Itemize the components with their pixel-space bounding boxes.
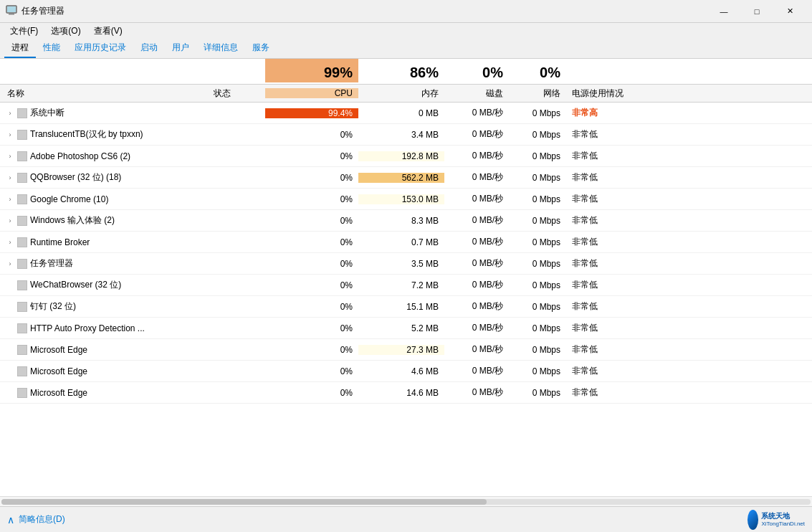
process-network: 0 Mbps bbox=[509, 302, 566, 312]
process-icon bbox=[17, 388, 27, 398]
table-row[interactable]: › QQBrowser (32 位) (18) 0% 562.2 MB 0 MB… bbox=[0, 167, 812, 189]
process-cpu: 99.4% bbox=[265, 108, 358, 118]
process-icon bbox=[17, 108, 27, 118]
process-name-label: 系统中断 bbox=[30, 107, 65, 119]
process-cpu: 0% bbox=[265, 151, 358, 161]
process-cpu: 0% bbox=[265, 388, 358, 398]
process-name: Microsoft Edge bbox=[0, 388, 208, 398]
tab-startup[interactable]: 启动 bbox=[133, 39, 165, 58]
table-row[interactable]: › Runtime Broker 0% 0.7 MB 0 MB/秒 0 Mbps… bbox=[0, 232, 812, 253]
table-row[interactable]: › Google Chrome (10) 0% 153.0 MB 0 MB/秒 … bbox=[0, 189, 812, 210]
col-header-memory[interactable]: 内存 bbox=[358, 87, 444, 100]
expand-icon[interactable]: › bbox=[6, 130, 14, 139]
process-cpu: 0% bbox=[265, 259, 358, 269]
col-header-disk[interactable]: 磁盘 bbox=[444, 87, 509, 100]
table-row[interactable]: › 任务管理器 0% 3.5 MB 0 MB/秒 0 Mbps 非常低 bbox=[0, 253, 812, 275]
process-name-label: Microsoft Edge bbox=[30, 366, 87, 376]
expand-icon[interactable]: › bbox=[6, 217, 14, 225]
process-power: 非常低 bbox=[566, 343, 652, 356]
expand-icon[interactable]: › bbox=[6, 260, 14, 268]
col-header-network[interactable]: 网络 bbox=[509, 87, 566, 100]
col-header-status[interactable]: 状态 bbox=[208, 87, 265, 100]
process-disk: 0 MB/秒 bbox=[444, 150, 509, 162]
menu-file[interactable]: 文件(F) bbox=[4, 24, 44, 39]
tab-process[interactable]: 进程 bbox=[4, 39, 36, 58]
process-power: 非常低 bbox=[566, 279, 652, 291]
col-disk-pct[interactable]: 0% bbox=[444, 59, 509, 82]
table-row[interactable]: Microsoft Edge 0% 27.3 MB 0 MB/秒 0 Mbps … bbox=[0, 339, 812, 361]
table-row[interactable]: 钉钉 (32 位) 0% 15.1 MB 0 MB/秒 0 Mbps 非常低 bbox=[0, 296, 812, 318]
process-name: › Google Chrome (10) bbox=[0, 194, 208, 204]
col-network-pct[interactable]: 0% bbox=[509, 59, 566, 82]
tab-performance[interactable]: 性能 bbox=[36, 39, 67, 58]
table-row[interactable]: › Windows 输入体验 (2) 0% 8.3 MB 0 MB/秒 0 Mb… bbox=[0, 210, 812, 232]
table-row[interactable]: › 系统中断 99.4% 0 MB 0 MB/秒 0 Mbps 非常高 bbox=[0, 103, 812, 124]
expand-icon[interactable]: › bbox=[6, 109, 14, 118]
process-disk: 0 MB/秒 bbox=[444, 300, 509, 313]
table-row[interactable]: HTTP Auto Proxy Detection ... 0% 5.2 MB … bbox=[0, 318, 812, 339]
cpu-pct-value: 99% bbox=[324, 65, 353, 81]
process-disk: 0 MB/秒 bbox=[444, 365, 509, 377]
col-name-label: 名称 bbox=[7, 88, 24, 98]
table-row[interactable]: WeChatBrowser (32 位) 0% 7.2 MB 0 MB/秒 0 … bbox=[0, 275, 812, 296]
process-cpu: 0% bbox=[265, 366, 358, 376]
col-header-name[interactable]: 名称 bbox=[0, 87, 208, 100]
h-scrollbar-thumb[interactable] bbox=[1, 499, 487, 505]
table-row[interactable]: Microsoft Edge 0% 14.6 MB 0 MB/秒 0 Mbps … bbox=[0, 382, 812, 404]
tab-app-history[interactable]: 应用历史记录 bbox=[67, 39, 133, 58]
process-memory: 14.6 MB bbox=[358, 388, 444, 398]
process-name: › TranslucentTB(汉化 by tpxxn) bbox=[0, 128, 208, 141]
process-name-label: Google Chrome (10) bbox=[30, 194, 108, 204]
process-name-label: 钉钉 (32 位) bbox=[30, 300, 76, 313]
process-network: 0 Mbps bbox=[509, 345, 566, 355]
process-power: 非常低 bbox=[566, 214, 652, 227]
menu-options[interactable]: 选项(O) bbox=[45, 24, 86, 39]
expand-icon[interactable]: › bbox=[6, 195, 14, 204]
process-name: Microsoft Edge bbox=[0, 345, 208, 355]
table-row[interactable]: › Adobe Photoshop CS6 (2) 0% 192.8 MB 0 … bbox=[0, 146, 812, 167]
process-name-label: HTTP Auto Proxy Detection ... bbox=[30, 323, 145, 333]
expand-icon[interactable]: › bbox=[6, 152, 14, 161]
process-network: 0 Mbps bbox=[509, 366, 566, 376]
col-memory-pct[interactable]: 86% bbox=[358, 59, 444, 82]
process-name: › 系统中断 bbox=[0, 107, 208, 119]
process-power: 非常低 bbox=[566, 150, 652, 162]
table-row[interactable]: › TranslucentTB(汉化 by tpxxn) 0% 3.4 MB 0… bbox=[0, 124, 812, 146]
tab-details[interactable]: 详细信息 bbox=[196, 39, 245, 58]
column-header-top: 99% 86% 0% 0% bbox=[0, 59, 812, 85]
col-header-power[interactable]: 电源使用情况 bbox=[566, 87, 652, 100]
main-content: 99% 86% 0% 0% 名称 bbox=[0, 59, 812, 506]
menu-view[interactable]: 查看(V) bbox=[88, 24, 128, 39]
col-header-cpu[interactable]: CPU bbox=[265, 88, 358, 98]
process-list[interactable]: › 系统中断 99.4% 0 MB 0 MB/秒 0 Mbps 非常高 › Tr… bbox=[0, 103, 812, 496]
process-icon bbox=[17, 237, 27, 247]
expand-icon[interactable]: › bbox=[6, 238, 14, 247]
table-row[interactable]: Microsoft Edge 0% 4.6 MB 0 MB/秒 0 Mbps 非… bbox=[0, 361, 812, 382]
process-memory: 0.7 MB bbox=[358, 237, 444, 247]
tab-services[interactable]: 服务 bbox=[245, 39, 277, 58]
close-button[interactable]: ✕ bbox=[773, 0, 806, 23]
footer-toggle[interactable]: ∧ 简略信息(D) bbox=[7, 513, 65, 526]
expand-icon[interactable]: › bbox=[6, 174, 14, 182]
chevron-up-icon: ∧ bbox=[7, 514, 14, 526]
tab-users[interactable]: 用户 bbox=[165, 39, 196, 58]
horizontal-scrollbar[interactable] bbox=[0, 496, 812, 506]
maximize-button[interactable]: □ bbox=[740, 0, 773, 23]
col-network-label: 网络 bbox=[543, 87, 560, 100]
process-name-label: TranslucentTB(汉化 by tpxxn) bbox=[30, 128, 143, 141]
process-cpu: 0% bbox=[265, 280, 358, 290]
process-power: 非常低 bbox=[566, 236, 652, 248]
process-cpu: 0% bbox=[265, 173, 358, 183]
process-name-label: Runtime Broker bbox=[30, 237, 90, 247]
h-scrollbar-track bbox=[1, 499, 811, 505]
process-disk: 0 MB/秒 bbox=[444, 171, 509, 184]
process-icon bbox=[17, 302, 27, 312]
logo-sub-text: XiTongTianDi.net bbox=[761, 521, 805, 528]
process-name: HTTP Auto Proxy Detection ... bbox=[0, 323, 208, 333]
minimize-button[interactable]: — bbox=[707, 0, 740, 23]
process-disk: 0 MB/秒 bbox=[444, 279, 509, 291]
col-cpu-pct[interactable]: 99% bbox=[265, 59, 358, 82]
process-network: 0 Mbps bbox=[509, 108, 566, 118]
process-name-label: 任务管理器 bbox=[30, 257, 73, 270]
process-icon bbox=[17, 366, 27, 376]
